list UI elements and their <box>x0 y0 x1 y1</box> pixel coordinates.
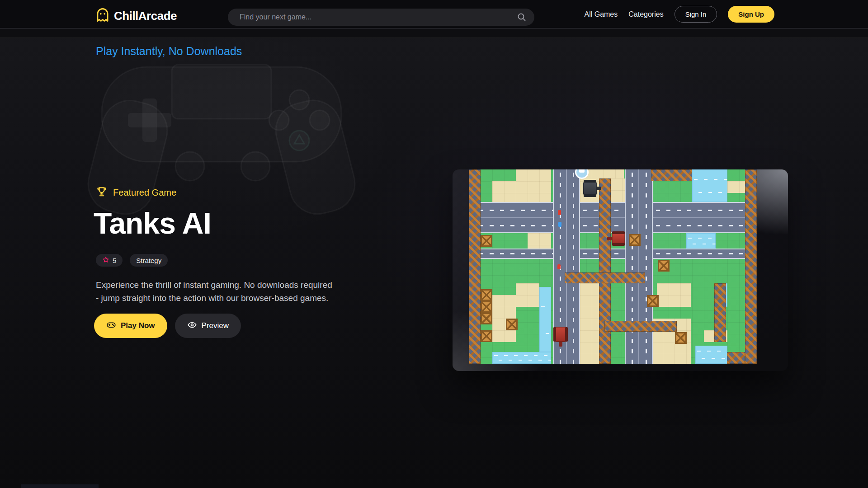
search-bar <box>228 9 534 26</box>
sand-tile <box>492 181 516 202</box>
crate-tile <box>647 295 659 307</box>
controller-background-graphic <box>75 47 368 227</box>
brick-tile <box>745 169 757 364</box>
brick-tile <box>714 283 726 342</box>
crate-tile <box>629 234 641 246</box>
search-icon[interactable] <box>517 13 526 22</box>
crate-tile <box>481 301 492 313</box>
badges-row: 5 Strategy <box>96 254 168 267</box>
play-now-button[interactable]: Play Now <box>94 314 167 338</box>
partial-element <box>21 484 99 488</box>
featured-label-row: Featured Game <box>96 186 176 199</box>
nav-actions: All Games Categories Sign In Sign Up <box>584 0 774 28</box>
water-tile <box>686 233 716 249</box>
game-map <box>469 169 757 364</box>
ghost-logo-icon <box>96 8 109 24</box>
road-h2-tile <box>469 202 757 233</box>
crate-tile <box>675 332 687 344</box>
search-input[interactable] <box>228 9 534 26</box>
red-tank <box>612 233 625 244</box>
brick-tile <box>565 272 645 283</box>
red-bullet <box>557 264 561 269</box>
brick-tile <box>651 169 692 181</box>
description-line-2: - jump straight into the action with our… <box>96 291 332 305</box>
game-title: Tanks AI <box>94 208 211 238</box>
red-bullet <box>558 210 561 215</box>
tank-barrel <box>607 237 612 240</box>
featured-label: Featured Game <box>113 188 176 198</box>
hero-section: Play Instantly, No Downloads Featured Ga… <box>0 37 868 488</box>
play-now-label: Play Now <box>121 321 155 330</box>
sign-in-button[interactable]: Sign In <box>675 6 717 23</box>
rating-badge: 5 <box>96 254 123 267</box>
rating-value: 5 <box>113 257 116 264</box>
brick-tile <box>727 352 745 364</box>
water-tile <box>695 346 727 364</box>
road-v-tile <box>625 169 653 364</box>
tank-barrel <box>559 342 562 347</box>
brick-tile <box>604 321 677 332</box>
water-tile <box>492 352 551 364</box>
star-icon <box>102 256 109 265</box>
tank-tread <box>584 180 596 183</box>
tank-tread <box>584 194 596 197</box>
featured-game-preview-card[interactable] <box>453 169 788 371</box>
gamepad-icon <box>106 320 116 332</box>
sign-up-button[interactable]: Sign Up <box>728 6 774 23</box>
trophy-icon <box>96 186 108 199</box>
crate-tile <box>481 235 492 247</box>
blue-bullet <box>558 222 561 227</box>
brick-tile <box>599 178 611 364</box>
top-navbar: ChillArcade All Games Categories Sign In… <box>0 0 868 28</box>
brand-name: ChillArcade <box>114 9 177 23</box>
sand-tile <box>727 181 745 193</box>
nav-link-categories[interactable]: Categories <box>628 10 663 19</box>
road-h1-tile <box>469 249 757 259</box>
sand-tile <box>580 283 601 364</box>
description-line-1: Experience the thrill of instant gaming.… <box>96 278 332 291</box>
red-tank <box>555 327 566 342</box>
crate-tile <box>481 289 492 301</box>
brick-tile <box>469 169 481 364</box>
tank-barrel <box>596 187 601 190</box>
tank-tread <box>565 327 568 342</box>
sand-tile <box>516 169 551 202</box>
eye-icon <box>187 320 197 332</box>
tank-tread <box>612 243 625 246</box>
preview-label: Preview <box>202 321 229 330</box>
crate-tile <box>481 330 492 342</box>
sand-tile <box>528 233 551 249</box>
crate-tile <box>481 313 492 324</box>
crate-tile <box>506 319 518 330</box>
cta-row: Play Now Preview <box>94 314 241 338</box>
water-tile <box>692 169 727 202</box>
sand-tile <box>516 283 539 307</box>
tank-tread <box>553 327 556 342</box>
crate-tile <box>658 260 670 272</box>
brand-logo[interactable]: ChillArcade <box>96 8 177 24</box>
tank-tread <box>612 231 625 234</box>
game-description: Experience the thrill of instant gaming.… <box>96 278 332 305</box>
black-tank <box>583 181 597 196</box>
section-tagline[interactable]: Play Instantly, No Downloads <box>96 45 242 58</box>
preview-button[interactable]: Preview <box>175 314 241 338</box>
page: ChillArcade All Games Categories Sign In… <box>0 0 868 488</box>
water-tile <box>539 287 551 352</box>
nav-link-all-games[interactable]: All Games <box>584 10 618 19</box>
category-badge: Strategy <box>130 254 168 267</box>
sand-tile <box>657 283 691 307</box>
